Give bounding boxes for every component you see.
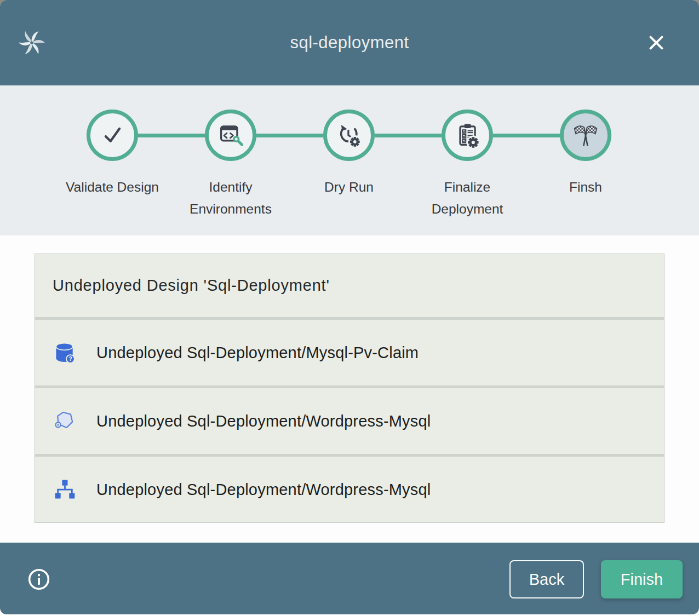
step-label-validate-design: Validate Design (53, 176, 171, 220)
close-icon (646, 32, 667, 53)
step-dry-run (323, 110, 375, 161)
dialog-footer: Back Finish (0, 543, 699, 614)
step-validate-design (87, 110, 138, 161)
back-button[interactable]: Back (509, 560, 584, 598)
step-connector (138, 134, 205, 137)
step-finish (560, 110, 611, 161)
step-identify-environments (205, 110, 256, 161)
step-label-finalize-deployment: Finalize Deployment (408, 176, 526, 220)
dialog-header: sql-deployment (0, 0, 699, 85)
finish-button[interactable]: Finish (601, 560, 683, 598)
log-entry-text: Undeployed Sql-Deployment/Mysql-Pv-Claim (96, 344, 419, 362)
stepper-labels: Validate Design Identify Environments Dr… (0, 176, 699, 220)
step-label-identify-environments: Identify Environments (171, 176, 290, 220)
wizard-stepper: Validate Design Identify Environments Dr… (0, 85, 699, 235)
sql-deployment-dialog: sql-deployment (0, 0, 699, 614)
close-button[interactable] (644, 31, 668, 55)
log-entry-design: Undeployed Design 'Sql-Deployment' (35, 254, 664, 317)
log-entry-text: Undeployed Design 'Sql-Deployment' (53, 277, 330, 295)
deployment-log-list: Undeployed Design 'Sql-Deployment' ? Und… (35, 254, 664, 523)
step-connector (493, 134, 560, 137)
stepper-circles (0, 85, 699, 161)
sync-gear-icon (335, 121, 363, 149)
step-finalize-deployment (442, 110, 493, 161)
step-label-finish: Finsh (526, 176, 645, 220)
log-entry-text: Undeployed Sql-Deployment/Wordpress-Mysq… (96, 481, 431, 499)
log-entry-wordpress-mysql-tree: Undeployed Sql-Deployment/Wordpress-Mysq… (35, 457, 664, 522)
dialog-title: sql-deployment (290, 33, 409, 53)
log-entry-text: Undeployed Sql-Deployment/Wordpress-Mysq… (96, 412, 431, 430)
checkered-flags-icon (570, 120, 601, 151)
log-entry-pv-claim: ? Undeployed Sql-Deployment/Mysql-Pv-Cla… (35, 320, 664, 385)
step-connector (256, 134, 323, 137)
step-connector (375, 134, 442, 137)
pod-icon (53, 408, 77, 434)
checkmark-icon (98, 121, 127, 149)
footer-buttons: Back Finish (509, 560, 683, 598)
clipboard-gear-icon (453, 121, 482, 149)
svg-text:?: ? (68, 356, 72, 362)
tree-hierarchy-icon (53, 476, 77, 503)
info-button[interactable] (27, 567, 51, 591)
code-window-wrench-icon (216, 121, 245, 149)
info-icon (27, 568, 50, 591)
deployment-log-section: Undeployed Design 'Sql-Deployment' ? Und… (0, 235, 699, 543)
database-icon: ? (53, 339, 77, 366)
step-label-dry-run: Dry Run (290, 176, 408, 220)
swirl-logo-icon (18, 28, 46, 57)
log-entry-wordpress-mysql-pod: Undeployed Sql-Deployment/Wordpress-Mysq… (35, 388, 664, 454)
